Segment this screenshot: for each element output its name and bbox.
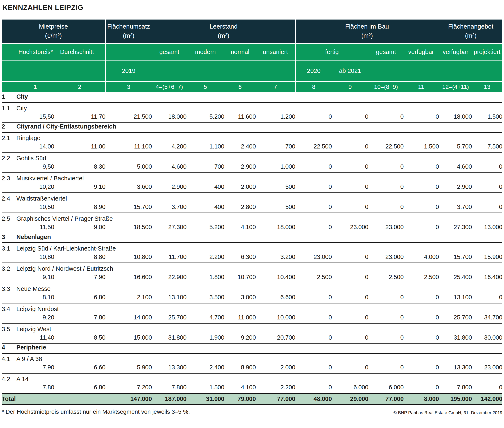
cell-flaechenumsatz: 2.100 <box>105 293 152 303</box>
submarket-value-row: 9,50 8,30 5.000 4.600 700 2.900 1.000 0 … <box>2 162 502 173</box>
year-header-row: 2019 2020 ab 2021 <box>2 61 502 81</box>
cell-angebot-verfuegbar: 31.800 <box>439 333 472 344</box>
cell-bau-fertig-ab-2021: 0 <box>332 333 368 344</box>
cell-bau-fertig-2020: 0 <box>295 383 332 394</box>
subheader-normal: normal <box>224 43 256 61</box>
cell-leerstand-modern: 4.700 <box>186 313 224 323</box>
submarket-name-row: 2.2 Gohlis Süd <box>2 152 502 162</box>
submarket-number: 2.3 <box>2 173 17 182</box>
cell-leerstand-modern: 2.400 <box>186 363 224 373</box>
group-unit: (m²) <box>106 31 152 40</box>
cell-leerstand-normal: 9.200 <box>224 333 256 344</box>
cell-durchschnitt: 7,90 <box>54 272 105 283</box>
colnum-4: 4=(5+6+7) <box>152 81 186 93</box>
cell-bau-gesamt: 0 <box>368 313 404 323</box>
section-number: 2 <box>2 123 17 132</box>
page: KENNZAHLEN LEIPZIG Mietpreise (€/m²) Flä… <box>0 0 504 417</box>
submarket-number: 3.3 <box>2 283 17 293</box>
cell-leerstand-unsaniert: 500 <box>256 182 295 193</box>
cell-durchschnitt: 8,30 <box>54 162 105 173</box>
section-number: 1 <box>2 93 17 102</box>
cell-flaechenumsatz: 15.700 <box>105 202 152 213</box>
submarket-name: Leipzig Nordost <box>17 303 502 313</box>
cell-flaechenumsatz: 11.100 <box>105 142 152 152</box>
cell-flaechenumsatz: 5.000 <box>105 162 152 173</box>
cell-angebot-projektiert: 0 <box>472 293 502 303</box>
cell-leerstand-gesamt: 3.700 <box>152 202 186 213</box>
cell-bau-fertig-2020: 0 <box>295 363 332 373</box>
year-empty-angebot <box>439 61 502 81</box>
total-row: Total 147.000 187.000 31.000 79.000 77.0… <box>2 394 502 404</box>
cell-angebot-projektiert: 30.000 <box>472 333 502 344</box>
cell-leerstand-unsaniert: 2.200 <box>256 383 295 394</box>
cell-bau-verfuegbar: 2.500 <box>404 272 439 283</box>
cell-leerstand-gesamt: 18.000 <box>152 112 186 123</box>
cell-leerstand-gesamt: 2.900 <box>152 182 186 193</box>
cell-hoechstpreis: 9,10 <box>17 272 54 283</box>
cell-bau-gesamt: 6.000 <box>368 383 404 394</box>
submarket-value-row: 10,20 9,10 3.600 2.900 400 2.000 500 0 0… <box>2 182 502 193</box>
footer: * Der Höchstmietpreis umfasst nur ein Ma… <box>2 409 502 417</box>
colnum-3: 3 <box>105 81 152 93</box>
cell-hoechstpreis: 9,20 <box>17 313 54 323</box>
cell-bau-fertig-2020: 0 <box>295 112 332 123</box>
cell-bau-fertig-2020: 0 <box>295 222 332 233</box>
colnum-12: 12=(4+11) <box>439 81 472 93</box>
cell-angebot-verfuegbar: 25.400 <box>439 272 472 283</box>
cell-angebot-projektiert: 1.500 <box>472 112 502 123</box>
submarket-name-row: 2.5 Graphisches Viertel / Prager Straße <box>2 213 502 222</box>
cell-bau-fertig-ab-2021: 23.000 <box>332 222 368 233</box>
submarket-value-row: 10,80 8,80 10.800 11.700 2.200 6.300 3.2… <box>2 252 502 263</box>
table-header: Mietpreise (€/m²) Flächenumsatz (m²) Lee… <box>2 19 502 93</box>
submarket-value-row: 14,00 11,00 11.100 4.200 1.100 2.400 700… <box>2 142 502 152</box>
cell-flaechenumsatz: 3.600 <box>105 182 152 193</box>
cell-hoechstpreis: 8,10 <box>17 293 54 303</box>
cell-bau-verfuegbar: 0 <box>404 293 439 303</box>
cell-leerstand-modern: 400 <box>186 202 224 213</box>
cell-leerstand-unsaniert: 700 <box>256 142 295 152</box>
cell-bau-fertig-2020: 22.500 <box>295 142 332 152</box>
submarket-name-row: 3.5 Leipzig West <box>2 323 502 333</box>
cell-bau-fertig-2020: 0 <box>295 313 332 323</box>
cell-bau-gesamt: 0 <box>368 363 404 373</box>
cell-leerstand-gesamt: 27.300 <box>152 222 186 233</box>
cell-durchschnitt: 7,80 <box>54 313 105 323</box>
cell-bau-gesamt: 0 <box>368 162 404 173</box>
submarket-name: City <box>17 102 502 112</box>
group-label: Leerstand <box>152 22 295 31</box>
cell-durchschnitt: 6,80 <box>54 293 105 303</box>
group-header-row: Mietpreise (€/m²) Flächenumsatz (m²) Lee… <box>2 19 502 43</box>
submarket-number: 2.2 <box>2 152 17 162</box>
colnum-10: 10=(8+9) <box>368 81 404 93</box>
subheader-modern: modern <box>186 43 224 61</box>
submarket-value-row: 8,10 6,80 2.100 13.100 3.500 3.000 6.600… <box>2 293 502 303</box>
submarket-number: 3.2 <box>2 263 17 272</box>
cell-leerstand-normal: 6.300 <box>224 252 256 263</box>
cell-bau-gesamt: 0 <box>368 333 404 344</box>
total-value: 79.000 <box>224 394 256 404</box>
cell-flaechenumsatz: 18.500 <box>105 222 152 233</box>
cell-bau-fertig-ab-2021: 0 <box>332 252 368 263</box>
year-empty-leerstand <box>152 61 295 81</box>
cell-durchschnitt: 9,10 <box>54 182 105 193</box>
cell-bau-gesamt: 22.500 <box>368 142 404 152</box>
section-name: City <box>17 93 502 102</box>
cell-leerstand-gesamt: 31.800 <box>152 333 186 344</box>
cell-leerstand-gesamt: 11.700 <box>152 252 186 263</box>
colnum-11: 11 <box>404 81 439 93</box>
cell-angebot-verfuegbar: 7.800 <box>439 383 472 394</box>
cell-angebot-verfuegbar: 25.700 <box>439 313 472 323</box>
row-number-spacer <box>2 112 17 123</box>
colnum-13: 13 <box>472 81 502 93</box>
cell-leerstand-gesamt: 22.900 <box>152 272 186 283</box>
cell-angebot-verfuegbar: 5.700 <box>439 142 472 152</box>
cell-hoechstpreis: 7,90 <box>17 363 54 373</box>
year-flaechenumsatz: 2019 <box>105 61 152 81</box>
submarket-name-row: 3.4 Leipzig Nordost <box>2 303 502 313</box>
cell-hoechstpreis: 10,50 <box>17 202 54 213</box>
group-unit: (m²) <box>152 31 295 40</box>
cell-bau-gesamt: 2.500 <box>368 272 404 283</box>
submarket-number: 3.1 <box>2 243 17 252</box>
cell-flaechenumsatz: 14.000 <box>105 313 152 323</box>
cell-durchschnitt: 6,60 <box>54 363 105 373</box>
